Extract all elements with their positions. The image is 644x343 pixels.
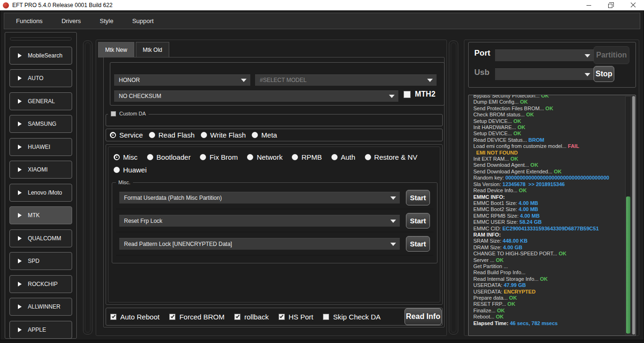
checkbox-forced-brom[interactable]: Forced BROM — [169, 313, 224, 321]
sidebar-item-label: SAMSUNG — [28, 121, 57, 127]
close-button[interactable] — [622, 0, 644, 10]
sidebar-item-xiaomi[interactable]: XIAOMI — [9, 161, 72, 179]
misc-action-select-3[interactable]: Read Pattern Lock [UNENCRYPTED Data] — [119, 237, 400, 250]
checkbox-label: Forced BROM — [179, 313, 224, 321]
log-line: Bypass Security Protection... OK — [473, 95, 620, 99]
radio-category-network[interactable]: Network — [247, 153, 282, 161]
log-line: Get Partition ... — [473, 263, 620, 270]
partition-button[interactable]: Partition — [594, 46, 629, 64]
radio-category-rpmb[interactable]: RPMB — [292, 153, 322, 161]
log-line: CHANGE TO HIGH-SPEED PORT... OK — [473, 251, 620, 257]
log-line: Server ... OK — [473, 257, 620, 263]
arrow-right-icon — [18, 190, 22, 195]
menu-item-functions[interactable]: Functions — [9, 17, 50, 24]
port-label: Port — [474, 49, 490, 58]
menu-item-support[interactable]: Support — [125, 17, 161, 24]
checkbox-hs-port[interactable]: HS Port — [279, 313, 314, 321]
arrow-right-icon — [18, 259, 22, 263]
sidebar-item-general[interactable]: GENERAL — [9, 92, 72, 110]
radio-icon — [292, 154, 298, 160]
radio-icon — [331, 154, 338, 160]
sidebar-item-label: QUALCOMM — [28, 235, 61, 242]
sidebar-item-apple[interactable]: APPLE — [9, 321, 72, 339]
left-splitter — [83, 41, 92, 335]
radio-mode-service[interactable]: Service — [110, 131, 143, 139]
stop-button[interactable]: Stop — [594, 66, 614, 82]
sidebar-item-huawei[interactable]: HUAWEI — [9, 138, 72, 156]
log-line: Read DEVICE Status... BROM — [473, 137, 620, 143]
sidebar-item-spd[interactable]: SPD — [9, 252, 72, 270]
start-button-1[interactable]: Start — [406, 190, 430, 205]
sidebar-item-auto[interactable]: AUTO — [9, 69, 72, 87]
restore-button[interactable] — [600, 0, 622, 10]
sidebar-item-label: XIAOMI — [28, 166, 48, 173]
log-line: Read Device Info... OK — [473, 188, 620, 194]
read-info-button[interactable]: Read Info — [405, 308, 442, 325]
misc-action-select-2[interactable]: Reset Frp Lock — [119, 214, 400, 227]
misc-action-select-1[interactable]: Format Userdata (Patch Misc Partition) — [119, 191, 400, 204]
sidebar-item-mtk[interactable]: MTK — [9, 206, 72, 224]
custom-da-group: Custom DA — [106, 114, 443, 126]
radio-category-misc[interactable]: Misc — [114, 153, 138, 161]
mth2-checkbox[interactable]: MTH2 — [404, 90, 436, 98]
log-line: Finalize... OK — [473, 308, 620, 314]
tab-mtk-old[interactable]: Mtk Old — [136, 42, 169, 57]
radio-category-huawei[interactable]: Huawei — [114, 166, 147, 174]
radio-mode-meta[interactable]: Meta — [252, 131, 277, 139]
menu-item-drivers[interactable]: Drivers — [54, 17, 88, 24]
sidebar-item-label: SPD — [28, 258, 40, 264]
checksum-select[interactable]: NO CHECKSUM — [114, 90, 399, 102]
start-button-3[interactable]: Start — [406, 236, 430, 252]
start-button-2[interactable]: Start — [406, 213, 430, 229]
title-bar: EFT PRO 5.4.0 Release 0001 Build 622 — [0, 0, 644, 10]
custom-da-checkbox[interactable]: Custom DA — [108, 111, 149, 116]
window-controls — [578, 0, 644, 10]
radio-label: Huawei — [123, 166, 147, 174]
radio-icon — [149, 132, 155, 138]
model-select[interactable]: #SELECT MODEL — [255, 74, 437, 86]
log-output[interactable]: Bypass Security Protection... OKDump EMI… — [468, 95, 636, 336]
checkbox-rollback[interactable]: rollback — [234, 313, 269, 321]
mtk-new-tab-content: HONOR #SELECT MODEL NO CHECKSUM MTH2 Cus… — [103, 57, 445, 327]
radio-mode-write-flash[interactable]: Write Flash — [201, 131, 246, 139]
radio-category-auth[interactable]: Auth — [331, 153, 355, 161]
menu-item-style[interactable]: Style — [93, 17, 121, 24]
usb-select[interactable] — [495, 68, 594, 81]
tab-mtk-new[interactable]: Mtk New — [98, 42, 134, 57]
sidebar-item-samsung[interactable]: SAMSUNG — [9, 115, 72, 133]
radio-category-bootloader[interactable]: Bootloader — [147, 153, 191, 161]
log-scrollbar-thumb[interactable] — [626, 196, 630, 334]
mth2-label: MTH2 — [415, 90, 436, 98]
checkbox-auto-reboot[interactable]: Auto Reboot — [110, 313, 159, 321]
sidebar-scroll-hint — [10, 37, 72, 41]
radio-label: Meta — [261, 131, 277, 139]
log-line: RAM INFO: — [473, 232, 620, 238]
arrow-right-icon — [18, 304, 22, 309]
radio-mode-read-flash[interactable]: Read Flash — [149, 131, 195, 139]
radio-category-restore-nv[interactable]: Restore & NV — [365, 153, 418, 161]
checkbox-label: HS Port — [289, 313, 314, 321]
checkbox-skip-check-da[interactable]: Skip Check DA — [323, 313, 380, 321]
radio-label: Network — [256, 153, 282, 161]
radio-category-fix-brom[interactable]: Fix Brom — [200, 153, 238, 161]
port-select[interactable] — [495, 49, 594, 62]
window-title: EFT PRO 5.4.0 Release 0001 Build 622 — [12, 2, 113, 8]
sidebar-item-qualcomm[interactable]: QUALCOMM — [9, 229, 72, 247]
minimize-button[interactable] — [578, 0, 600, 10]
sidebar-item-label: AUTO — [28, 75, 43, 82]
radio-icon — [147, 154, 153, 160]
sidebar-item-rockchip[interactable]: ROCKCHIP — [9, 275, 72, 293]
minimize-icon — [586, 5, 591, 6]
misc-action-value: Read Pattern Lock [UNENCRYPTED Data] — [124, 241, 232, 247]
log-line: EMMC USER Size: 58.24 GB — [473, 219, 620, 225]
log-line: DRAM Size: 4.00 GB — [473, 245, 620, 251]
log-scrollbar-track[interactable] — [625, 96, 631, 335]
log-line: Setup DEVICE... OK — [473, 118, 620, 124]
sidebar-item-allwinner[interactable]: ALLWINNER — [9, 298, 72, 316]
log-line: Init EXT RAM... OK — [473, 156, 620, 162]
sidebar-item-lenovo-moto[interactable]: Lenovo /Moto — [9, 184, 72, 202]
log-line: EMMC INFO: — [473, 194, 620, 200]
sidebar-item-mobilesearch[interactable]: MobileSearch — [9, 47, 72, 65]
radio-icon — [247, 154, 253, 160]
brand-select[interactable]: HONOR — [114, 74, 251, 86]
